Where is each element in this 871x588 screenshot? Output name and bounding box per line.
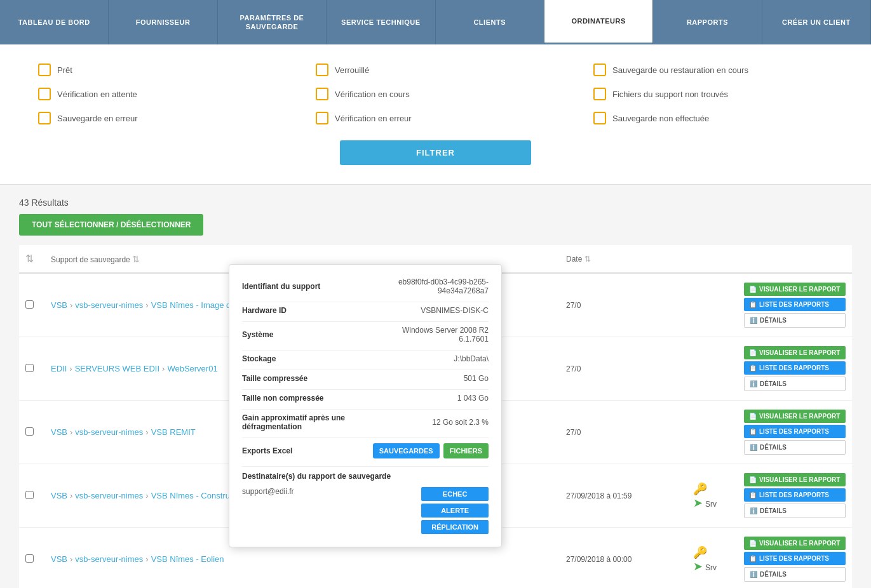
filter-checkbox-verification-cours[interactable] <box>316 88 328 100</box>
exports-sauvegardes-button[interactable]: SAUVEGARDES <box>373 443 440 458</box>
details-button-3[interactable]: ℹ️DÉTAILS <box>744 504 846 518</box>
visualiser-button-0[interactable]: 📄VISUALISER LE RAPPORT <box>744 283 846 296</box>
key-icon: 🔑 <box>693 546 707 559</box>
popup-field-label-4: Taille compressée <box>242 374 382 383</box>
main-content: 43 Résultats TOUT SÉLECTIONNER / DÉSÉLEC… <box>0 185 871 588</box>
filter-checkbox-pret[interactable] <box>38 63 51 76</box>
navbar-item-clients[interactable]: CLIENTS <box>436 0 544 44</box>
tag-replication-button[interactable]: RÉPLICATION <box>421 520 489 534</box>
popup-field-label-2: Système <box>242 330 382 339</box>
filter-button[interactable]: FILTRER <box>340 140 531 165</box>
tag-alerte-button[interactable]: ALERTE <box>421 504 489 518</box>
visualiser-button-4[interactable]: 📄VISUALISER LE RAPPORT <box>744 537 846 550</box>
row-checkbox-1[interactable] <box>25 364 34 372</box>
popup-field-3: StockageJ:\bbData\ <box>242 354 489 363</box>
breadcrumb-sep: › <box>145 427 148 437</box>
popup-divider-3 <box>242 370 489 370</box>
navbar-item-service-technique[interactable]: SERVICE TECHNIQUE <box>327 0 435 44</box>
liste-button-4[interactable]: 📋LISTE DES RAPPORTS <box>744 552 846 565</box>
filter-checkbox-verrouille[interactable] <box>316 63 328 76</box>
popup-divider-0 <box>242 302 489 302</box>
navbar-item-ordinateurs[interactable]: ORDINATEURS <box>544 0 653 44</box>
popup-email: support@edii.fr <box>242 487 294 496</box>
liste-button-0[interactable]: 📋LISTE DES RAPPORTS <box>744 298 846 311</box>
popup-field-value-0: eb98f0fd-d0b3-4c99-b265-94e34a7268a7 <box>382 277 489 295</box>
col-icons <box>687 245 738 273</box>
filter-row-sauvegarde-non-effectuee: Sauvegarde non effectuée <box>593 112 833 124</box>
exports-label: Exports Excel <box>242 446 292 455</box>
filter-checkbox-verification-erreur[interactable] <box>316 112 328 124</box>
popup-field-label-0: Identifiant du support <box>242 282 382 291</box>
popup-field-value-1: VSBNIMES-DISK-C <box>421 306 489 315</box>
filter-row-verification-cours: Vérification en cours <box>316 88 555 100</box>
actions-cell-0: 📄VISUALISER LE RAPPORT📋LISTE DES RAPPORT… <box>738 273 852 337</box>
popup-field-value-5: 1 043 Go <box>457 394 489 403</box>
filter-label-sauvegarde-erreur: Sauvegarde en erreur <box>57 114 137 123</box>
breadcrumb-link-3-1[interactable]: vsb-serveur-nimes <box>75 491 143 500</box>
row-checkbox-4[interactable] <box>25 554 34 563</box>
breadcrumb-link-4-2[interactable]: VSB Nîmes - Eolien <box>151 554 224 564</box>
navbar-item-tableau-de-bord[interactable]: TABLEAU DE BORD <box>0 0 109 44</box>
breadcrumb-link-1-2[interactable]: WebServer01 <box>167 364 217 373</box>
popup-field-label-6: Gain approximatif après une défragmentat… <box>242 413 382 431</box>
filter-checkbox-sauvegarde-non-effectuee[interactable] <box>593 112 606 124</box>
select-all-button[interactable]: TOUT SÉLECTIONNER / DÉSÉLECTIONNER <box>19 214 203 236</box>
actions-cell-3: 📄VISUALISER LE RAPPORT📋LISTE DES RAPPORT… <box>738 464 852 528</box>
breadcrumb-link-2-0[interactable]: VSB <box>51 427 67 437</box>
icons-cell-2 <box>687 401 738 464</box>
visualiser-button-1[interactable]: 📄VISUALISER LE RAPPORT <box>744 346 846 359</box>
tag-echec-button[interactable]: ECHEC <box>421 487 489 501</box>
breadcrumb-link-0-0[interactable]: VSB <box>51 300 67 310</box>
navbar-item-rapports[interactable]: RAPPORTS <box>653 0 762 44</box>
breadcrumb-link-2-2[interactable]: VSB REMIT <box>151 427 196 437</box>
breadcrumb-link-3-0[interactable]: VSB <box>51 491 67 500</box>
details-button-1[interactable]: ℹ️DÉTAILS <box>744 377 846 391</box>
liste-button-2[interactable]: 📋LISTE DES RAPPORTS <box>744 425 846 438</box>
filter-label-pret: Prêt <box>57 65 72 75</box>
details-button-0[interactable]: ℹ️DÉTAILS <box>744 313 846 328</box>
breadcrumb-sep: › <box>70 300 72 310</box>
row-checkbox-2[interactable] <box>25 427 34 436</box>
breadcrumb-link-2-1[interactable]: vsb-serveur-nimes <box>75 427 143 437</box>
navbar-item-fournisseur[interactable]: FOURNISSEUR <box>109 0 217 44</box>
navbar-item-creer-un-client[interactable]: CRÉER UN CLIENT <box>762 0 871 44</box>
results-count: 43 Résultats <box>19 197 852 208</box>
details-button-4[interactable]: ℹ️DÉTAILS <box>744 567 846 582</box>
breadcrumb-sep: › <box>69 364 72 373</box>
breadcrumb-link-4-0[interactable]: VSB <box>51 554 67 564</box>
icons-cell-3: 🔑➤Srv <box>687 464 738 528</box>
exports-fichiers-button[interactable]: FICHIERS <box>443 443 489 458</box>
col-date: Date ⇅ <box>560 245 687 273</box>
navbar-item-parametres-de-sauvegarde[interactable]: PARAMÈTRES DE SAUVEGARDE <box>218 0 327 44</box>
filter-row-sauvegarde-erreur: Sauvegarde en erreur <box>38 112 278 124</box>
visualiser-button-2[interactable]: 📄VISUALISER LE RAPPORT <box>744 410 846 423</box>
popup-divider-5 <box>242 409 489 410</box>
filter-label-verification-cours: Vérification en cours <box>335 90 410 99</box>
filter-label-sauvegarde-non-effectuee: Sauvegarde non effectuée <box>612 114 709 123</box>
popup-field-label-3: Stockage <box>242 354 382 363</box>
details-button-2[interactable]: ℹ️DÉTAILS <box>744 440 846 455</box>
liste-button-1[interactable]: 📋LISTE DES RAPPORTS <box>744 361 846 375</box>
navbar: TABLEAU DE BORDFOURNISSEURPARAMÈTRES DE … <box>0 0 871 44</box>
filter-section: PrêtVerrouilléSauvegarde ou restauration… <box>0 44 871 185</box>
breadcrumb-sep: › <box>162 364 165 373</box>
breadcrumb-link-1-1[interactable]: SERVEURS WEB EDII <box>75 364 159 373</box>
filter-checkbox-verification-attente[interactable] <box>38 88 51 100</box>
liste-button-3[interactable]: 📋LISTE DES RAPPORTS <box>744 488 846 502</box>
date-cell-2: 27/0 <box>560 401 687 464</box>
popup-field-value-6: 12 Go soit 2.3 % <box>432 418 489 427</box>
breadcrumb-link-1-0[interactable]: EDII <box>51 364 67 373</box>
filter-checkbox-fichiers-support[interactable] <box>593 88 606 100</box>
filter-checkbox-sauvegarde-erreur[interactable] <box>38 112 51 124</box>
visualiser-button-3[interactable]: 📄VISUALISER LE RAPPORT <box>744 473 846 486</box>
filter-checkbox-sauvegarde-restauration[interactable] <box>593 63 606 76</box>
breadcrumb-sep: › <box>145 491 148 500</box>
breadcrumb-link-0-1[interactable]: vsb-serveur-nimes <box>75 300 143 310</box>
popup-divider-4 <box>242 389 489 390</box>
row-checkbox-0[interactable] <box>25 300 34 309</box>
row-checkbox-3[interactable] <box>25 491 34 499</box>
date-cell-0: 27/0 <box>560 273 687 337</box>
breadcrumb-link-4-1[interactable]: vsb-serveur-nimes <box>75 554 143 564</box>
icons-cell-4: 🔑➤Srv <box>687 528 738 589</box>
filter-grid: PrêtVerrouilléSauvegarde ou restauration… <box>38 63 833 124</box>
